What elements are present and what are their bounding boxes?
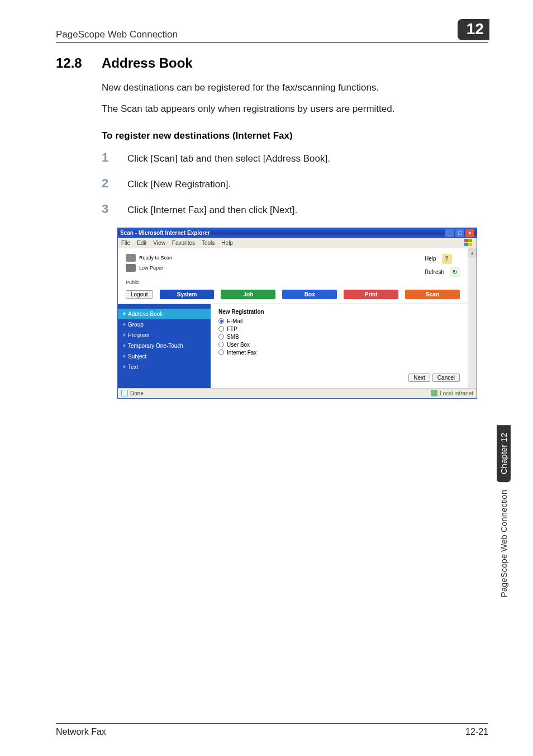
chevron-right-icon [123, 333, 126, 337]
radio-icon [218, 318, 224, 324]
next-button[interactable]: Next [408, 374, 430, 382]
section-paragraph: New destinations can be registered for t… [102, 81, 488, 94]
windows-logo-icon [464, 239, 473, 247]
radio-user-box[interactable]: User Box [218, 342, 460, 348]
paper-icon [126, 264, 136, 272]
page-icon [121, 390, 128, 396]
section-subheading: To register new destinations (Internet F… [102, 130, 488, 141]
refresh-icon[interactable]: ↻ [450, 267, 460, 277]
refresh-label: Refresh [425, 269, 444, 275]
radio-smb[interactable]: SMB [218, 334, 460, 340]
window-title: Scan - Microsoft Internet Explorer [120, 230, 210, 236]
step-row: 2 Click [New Registration]. [102, 176, 488, 191]
cancel-button[interactable]: Cancel [432, 374, 460, 382]
chevron-right-icon [123, 365, 126, 368]
chevron-right-icon [123, 312, 126, 315]
side-tab-label: PageScope Web Connection [498, 482, 510, 605]
tab-box[interactable]: Box [282, 290, 337, 299]
security-zone: Local intranet [431, 390, 473, 396]
tab-job[interactable]: Job [221, 290, 275, 299]
window-titlebar: Scan - Microsoft Internet Explorer _ □ × [118, 228, 477, 238]
step-number: 3 [102, 202, 114, 216]
window-minimize-icon[interactable]: _ [445, 229, 454, 237]
radio-internet-fax[interactable]: Internet Fax [218, 349, 460, 356]
step-text: Click [New Registration]. [127, 179, 231, 190]
step-number: 2 [102, 176, 114, 191]
menu-edit[interactable]: Edit [137, 240, 146, 246]
step-text: Click [Scan] tab and then select [Addres… [127, 153, 330, 164]
window-close-icon[interactable]: × [465, 229, 474, 237]
section-title: Address Book [102, 55, 193, 71]
window-maximize-icon[interactable]: □ [455, 229, 464, 237]
status-ready: Ready to Scan [126, 254, 172, 262]
user-mode-label: Public [118, 280, 468, 289]
step-row: 1 Click [Scan] tab and then select [Addr… [102, 150, 488, 165]
step-number: 1 [102, 150, 114, 165]
menu-tools[interactable]: Tools [202, 240, 215, 246]
sidebar-text[interactable]: Text [118, 362, 211, 372]
chevron-right-icon [123, 344, 126, 347]
sidebar-program[interactable]: Program [118, 330, 211, 341]
form-title: New Registration [218, 309, 460, 315]
scrollbar-up-icon[interactable]: ▴ [468, 248, 477, 257]
footer-left: Network Fax [56, 727, 106, 737]
section-paragraph: The Scan tab appears only when registrat… [102, 102, 488, 116]
statusbar-done: Done [130, 390, 144, 396]
help-icon[interactable]: ? [442, 254, 452, 264]
status-low-paper: Low Paper [126, 264, 172, 272]
page-header: PageScope Web Connection 12 [56, 19, 488, 43]
side-tab-chapter: Chapter 12 [497, 425, 511, 482]
embedded-screenshot: Scan - Microsoft Internet Explorer _ □ ×… [117, 228, 477, 399]
menu-view[interactable]: View [153, 240, 165, 246]
menu-bar: File Edit View Favorites Tools Help [118, 238, 477, 248]
sidebar: Address Book Group Program Temporary One… [118, 304, 211, 388]
radio-email[interactable]: E-Mail [218, 318, 460, 324]
menu-file[interactable]: File [121, 240, 130, 246]
sidebar-address-book[interactable]: Address Book [118, 309, 211, 319]
intranet-zone-icon [431, 390, 437, 396]
running-header-title: PageScope Web Connection [56, 29, 178, 40]
chevron-right-icon [123, 355, 126, 358]
tab-print[interactable]: Print [344, 290, 398, 299]
browser-statusbar: Done Local intranet [118, 388, 477, 398]
logout-button[interactable]: Logout [126, 290, 153, 299]
section-number: 12.8 [56, 55, 88, 71]
step-text: Click [Internet Fax] and then click [Nex… [127, 205, 297, 216]
running-header-chapter: 12 [458, 19, 489, 40]
help-label: Help [425, 256, 436, 262]
section-heading: 12.8 Address Book [56, 55, 488, 71]
chevron-right-icon [123, 323, 126, 326]
sidebar-group[interactable]: Group [118, 319, 211, 330]
footer-right: 12-21 [465, 727, 488, 737]
page-footer: Network Fax 12-21 [56, 723, 488, 737]
sidebar-temporary-one-touch[interactable]: Temporary One-Touch [118, 341, 211, 351]
printer-icon [126, 254, 136, 262]
radio-icon [218, 342, 224, 347]
radio-icon [218, 326, 224, 332]
sidebar-subject[interactable]: Subject [118, 351, 211, 362]
radio-icon [218, 349, 224, 355]
tab-scan[interactable]: Scan [405, 290, 460, 299]
menu-help[interactable]: Help [221, 240, 233, 246]
radio-icon [218, 334, 224, 339]
menu-favorites[interactable]: Favorites [172, 240, 195, 246]
radio-ftp[interactable]: FTP [218, 326, 460, 332]
side-chapter-tab: Chapter 12 PageScope Web Connection [497, 425, 511, 606]
step-row: 3 Click [Internet Fax] and then click [N… [102, 202, 488, 216]
tab-system[interactable]: System [160, 290, 215, 299]
